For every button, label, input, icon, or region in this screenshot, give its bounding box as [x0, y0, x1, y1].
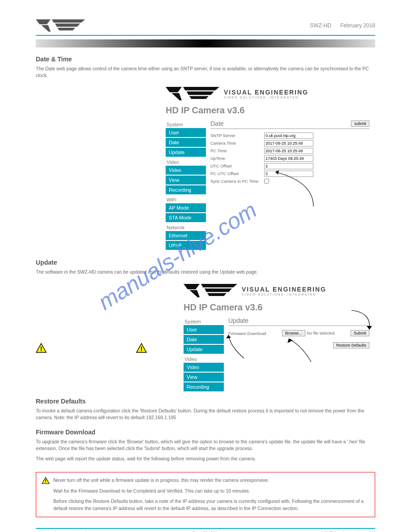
pc-time-input[interactable] — [264, 148, 313, 154]
warning-icon: ! — [136, 343, 147, 353]
sidebar-item-video[interactable]: Video — [166, 166, 206, 175]
svg-marker-0 — [36, 19, 51, 24]
pc-utc-offset-input[interactable] — [264, 171, 313, 177]
restore-defaults-button[interactable]: Restore Defaults — [333, 342, 369, 348]
firmware-paragraph-1: To upgrade the camera's firmware click t… — [36, 438, 375, 451]
brand-line-2: VIDEO SOLUTIONS. INTEGRATED. — [242, 293, 326, 296]
sntp-label: SNTP Server — [210, 133, 264, 138]
warning-icon: ! — [36, 343, 47, 353]
brand-text: VISUAL ENGINEERING VIDEO SOLUTIONS. INTE… — [242, 286, 326, 296]
uptime-input[interactable] — [264, 155, 313, 162]
svg-marker-1 — [52, 19, 85, 22]
firmware-paragraph-2: The web page will report the update stat… — [36, 455, 375, 462]
svg-text:!: ! — [45, 478, 47, 484]
svg-marker-8 — [189, 96, 209, 99]
header-date: February 2018 — [340, 22, 375, 29]
sidebar: System User Date Update Video Video View… — [184, 317, 224, 392]
brand-line-1: VISUAL ENGINEERING — [224, 89, 308, 96]
brand-text: VISUAL ENGINEERING VIDEO SOLUTIONS. INTE… — [224, 89, 308, 99]
sidebar-item-update[interactable]: Update — [166, 148, 206, 157]
svg-marker-4 — [41, 25, 51, 32]
sidebar-item-date[interactable]: Date — [166, 138, 206, 147]
camera-title: HD IP Camera v3.6 — [166, 105, 369, 116]
camera-time-label: Camera Time — [210, 141, 264, 146]
svg-marker-9 — [171, 93, 182, 100]
ve-logo-icon — [36, 18, 85, 33]
warning-icon: ! — [42, 477, 50, 484]
update-screenshot: VISUAL ENGINEERING VIDEO SOLUTIONS. INTE… — [184, 279, 369, 392]
content-title: Date — [210, 120, 351, 127]
svg-marker-3 — [57, 28, 75, 30]
sidebar-cat-network: Network — [166, 223, 206, 231]
restore-defaults-paragraph: To invoke a default camera configuration… — [36, 408, 375, 420]
ve-logo-icon — [166, 85, 219, 103]
no-file-label: No file selected. — [307, 331, 336, 335]
sidebar-item-user[interactable]: User — [166, 128, 206, 137]
firmware-heading: Firmware Download — [36, 429, 375, 436]
svg-marker-15 — [207, 293, 227, 296]
sidebar-item-ap-mode[interactable]: AP Mode — [166, 203, 206, 212]
brand-line-2: VIDEO SOLUTIONS. INTEGRATED. — [224, 96, 308, 99]
sidebar-cat-video: Video — [184, 355, 224, 363]
warn-line-2: Wait for the Firmware Download to be Com… — [53, 488, 369, 495]
uptime-label: UpTime — [210, 156, 264, 161]
sidebar-item-view[interactable]: View — [184, 373, 224, 382]
sidebar-item-recording[interactable]: Recording — [166, 185, 206, 194]
submit-button[interactable]: Submit — [351, 330, 369, 336]
sidebar-cat-wifi: WiFi — [166, 195, 206, 203]
sidebar-item-view[interactable]: View — [166, 176, 206, 184]
svg-marker-6 — [183, 87, 219, 90]
sidebar-item-ethernet[interactable]: Ethernet — [166, 231, 206, 240]
gradient-bar — [36, 39, 375, 47]
update-heading: Update — [36, 259, 375, 266]
arrow-icon — [287, 335, 318, 366]
camera-title: HD IP Camera v3.6 — [184, 302, 369, 313]
svg-marker-14 — [205, 288, 232, 292]
sidebar-cat-system: System — [184, 317, 224, 325]
sidebar-item-date[interactable]: Date — [184, 335, 224, 344]
svg-marker-5 — [166, 87, 182, 92]
svg-marker-13 — [201, 284, 237, 287]
date-heading: Date & Time — [36, 56, 375, 63]
restore-defaults-heading: Restore Defaults — [36, 398, 375, 405]
update-paragraph: The software in the SWZ-HD camera can be… — [36, 269, 375, 275]
svg-text:!: ! — [40, 345, 43, 352]
sidebar-item-recording[interactable]: Recording — [184, 382, 224, 391]
svg-marker-16 — [189, 290, 200, 297]
sidebar-cat-system: System — [166, 120, 206, 128]
utc-offset-label: UTC Offset — [210, 163, 264, 168]
page-header: SWZ-HD February 2018 — [36, 18, 375, 36]
sidebar-item-sta-mode[interactable]: STA Mode — [166, 213, 206, 222]
browse-button[interactable]: Browse... — [282, 330, 305, 336]
submit-button[interactable]: submit — [351, 120, 369, 127]
sidebar-item-upnp[interactable]: UPnP — [166, 241, 206, 250]
camera-time-input[interactable] — [264, 140, 313, 146]
content-title: Update — [228, 317, 369, 324]
firmware-label: Firmware Download — [228, 331, 282, 336]
utc-offset-input[interactable] — [264, 163, 313, 169]
svg-marker-12 — [184, 284, 200, 289]
sidebar-item-video[interactable]: Video — [184, 363, 224, 372]
update-content: Update Firmware Download Browse... No fi… — [228, 317, 369, 392]
pc-utc-offset-label: PC UTC Offset — [210, 171, 264, 176]
sntp-input[interactable] — [264, 133, 313, 139]
warning-box: ! Never turn off the unit while a firmwa… — [36, 472, 375, 517]
sidebar-item-update[interactable]: Update — [184, 345, 224, 354]
date-paragraph: The Date web page allows control of the … — [36, 65, 375, 78]
sidebar-item-user[interactable]: User — [184, 325, 224, 334]
date-content: Date submit SNTP Server Camera Time PC T… — [210, 120, 369, 251]
warn-line-1: Never turn off the unit while a firmware… — [53, 477, 269, 484]
page-footer: www.visualengineering.co.uk Page 29 of 4… — [36, 528, 375, 532]
svg-text:!: ! — [141, 345, 143, 352]
brand-line-1: VISUAL ENGINEERING — [242, 286, 326, 293]
sidebar: System User Date Update Video Video View… — [166, 120, 206, 251]
sync-checkbox[interactable] — [264, 179, 269, 184]
svg-marker-7 — [187, 92, 214, 95]
warn-line-3: Before clicking the Restore Defaults but… — [53, 498, 369, 512]
header-model: SWZ-HD — [310, 22, 331, 29]
ve-logo-icon — [184, 282, 237, 300]
svg-marker-2 — [55, 24, 80, 27]
sync-label: Sync Camera to PC Time — [210, 179, 264, 184]
sidebar-cat-video: Video — [166, 158, 206, 166]
date-screenshot: VISUAL ENGINEERING VIDEO SOLUTIONS. INTE… — [166, 82, 369, 251]
